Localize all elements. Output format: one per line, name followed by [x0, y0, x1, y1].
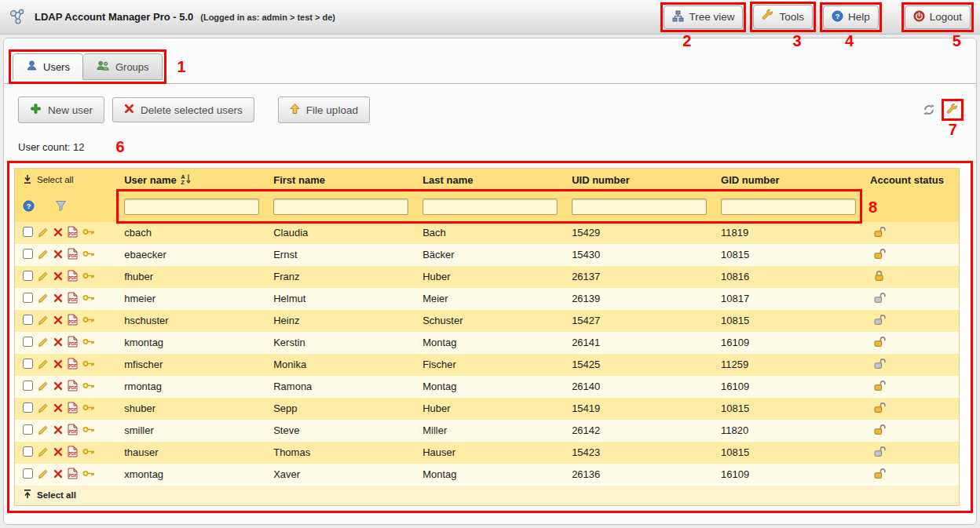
cell-user-name[interactable]: rmontag — [118, 376, 267, 398]
edit-icon[interactable] — [38, 293, 49, 304]
edit-icon[interactable] — [38, 227, 49, 238]
password-key-icon[interactable] — [82, 359, 95, 368]
cell-user-name[interactable]: kmontag — [118, 332, 267, 354]
delete-icon[interactable] — [53, 359, 63, 369]
password-key-icon[interactable] — [82, 228, 95, 236]
tools-button[interactable]: Tools — [753, 5, 813, 29]
filter-help-icon[interactable]: ? — [23, 200, 35, 214]
select-all-bottom[interactable]: Select all — [23, 489, 76, 501]
edit-icon[interactable] — [38, 381, 49, 391]
cell-user-name[interactable]: xmontag — [118, 464, 267, 486]
cell-user-name[interactable]: smiller — [118, 420, 267, 442]
row-checkbox[interactable] — [23, 402, 33, 413]
cell-user-name[interactable]: thauser — [118, 442, 267, 464]
column-header-last-name[interactable]: Last name — [416, 169, 565, 192]
row-checkbox[interactable] — [23, 337, 33, 347]
delete-icon[interactable] — [53, 249, 63, 259]
edit-icon[interactable] — [38, 359, 49, 370]
filter-uid-number-input[interactable] — [572, 198, 707, 215]
edit-icon[interactable] — [38, 424, 49, 435]
password-key-icon[interactable] — [82, 403, 95, 412]
file-upload-button[interactable]: File upload — [278, 96, 370, 123]
cell-user-name[interactable]: cbach — [118, 222, 267, 244]
delete-icon[interactable] — [53, 271, 63, 281]
refresh-icon[interactable] — [923, 104, 935, 116]
row-checkbox[interactable] — [23, 293, 33, 303]
filter-gid-number-input[interactable] — [721, 198, 856, 215]
row-checkbox[interactable] — [23, 271, 33, 281]
tab-users[interactable]: Users — [13, 53, 83, 80]
delete-icon[interactable] — [53, 337, 63, 347]
delete-icon[interactable] — [53, 403, 63, 413]
filter-first-name-input[interactable] — [273, 198, 408, 215]
new-user-button[interactable]: New user — [18, 96, 104, 123]
pdf-icon[interactable]: PDF — [68, 292, 78, 304]
tree-view-button[interactable]: Tree view — [664, 5, 743, 29]
delete-icon[interactable] — [53, 447, 63, 457]
delete-icon[interactable] — [53, 425, 63, 435]
pdf-icon[interactable]: PDF — [68, 270, 78, 282]
delete-icon[interactable] — [53, 293, 63, 303]
pdf-icon[interactable]: PDF — [68, 358, 78, 370]
filter-user-name-input[interactable] — [124, 198, 259, 215]
password-key-icon[interactable] — [82, 381, 95, 390]
tab-groups[interactable]: Groups — [83, 53, 163, 80]
pdf-icon[interactable]: PDF — [68, 248, 78, 260]
column-header-first-name[interactable]: First name — [267, 169, 416, 192]
password-key-icon[interactable] — [82, 425, 95, 434]
pdf-icon[interactable]: PDF — [68, 314, 78, 326]
edit-icon[interactable] — [38, 315, 49, 326]
password-key-icon[interactable] — [82, 469, 95, 478]
sort-az-icon[interactable]: A Z — [181, 173, 192, 187]
row-checkbox[interactable] — [23, 249, 33, 259]
edit-icon[interactable] — [38, 271, 49, 282]
cell-user-name[interactable]: ebaecker — [118, 244, 267, 266]
delete-selected-users-button[interactable]: Delete selected users — [112, 97, 254, 122]
row-checkbox[interactable] — [23, 424, 33, 435]
delete-icon[interactable] — [53, 381, 63, 391]
column-header-uid-number[interactable]: UID number — [565, 169, 715, 192]
password-key-icon[interactable] — [82, 337, 95, 346]
password-key-icon[interactable] — [82, 293, 95, 302]
logout-button[interactable]: Logout — [905, 5, 971, 29]
edit-icon[interactable] — [38, 402, 49, 413]
edit-icon[interactable] — [38, 249, 49, 260]
row-checkbox[interactable] — [23, 315, 33, 325]
delete-icon[interactable] — [53, 469, 63, 479]
funnel-filter-icon[interactable] — [55, 200, 67, 213]
row-checkbox[interactable] — [23, 468, 33, 479]
filter-last-name-input[interactable] — [422, 198, 558, 215]
cell-user-name[interactable]: fhuber — [118, 266, 267, 288]
pdf-icon[interactable]: PDF — [68, 468, 78, 479]
edit-icon[interactable] — [38, 468, 49, 479]
password-key-icon[interactable] — [82, 249, 95, 258]
column-header-user-name[interactable]: User name A Z — [118, 169, 267, 192]
login-info: (Logged in as: admin > test > de) — [200, 13, 335, 22]
cell-user-name[interactable]: shuber — [118, 398, 267, 420]
row-checkbox[interactable] — [23, 446, 33, 457]
password-key-icon[interactable] — [82, 315, 95, 324]
row-checkbox[interactable] — [23, 381, 33, 391]
pdf-icon[interactable]: PDF — [68, 336, 78, 348]
pdf-icon[interactable]: PDF — [68, 446, 78, 457]
pdf-icon[interactable]: PDF — [68, 380, 78, 391]
edit-icon[interactable] — [38, 446, 49, 457]
password-key-icon[interactable] — [82, 271, 95, 280]
settings-wrench-icon[interactable] — [945, 102, 960, 118]
user-table: Select all User name A Z — [14, 168, 960, 506]
delete-icon[interactable] — [53, 315, 63, 325]
delete-icon[interactable] — [53, 228, 63, 237]
pdf-icon[interactable]: PDF — [68, 226, 78, 238]
password-key-icon[interactable] — [82, 447, 95, 456]
cell-user-name[interactable]: hschuster — [118, 310, 267, 332]
row-checkbox[interactable] — [23, 359, 33, 369]
help-button[interactable]: ? Help — [823, 5, 879, 29]
pdf-icon[interactable]: PDF — [68, 424, 78, 435]
edit-icon[interactable] — [38, 337, 49, 348]
cell-user-name[interactable]: hmeier — [118, 288, 267, 310]
row-checkbox[interactable] — [23, 227, 33, 237]
pdf-icon[interactable]: PDF — [68, 402, 78, 413]
column-header-gid-number[interactable]: GID number — [715, 169, 864, 192]
cell-user-name[interactable]: mfischer — [118, 354, 267, 376]
select-all-top[interactable]: Select all — [23, 174, 74, 186]
